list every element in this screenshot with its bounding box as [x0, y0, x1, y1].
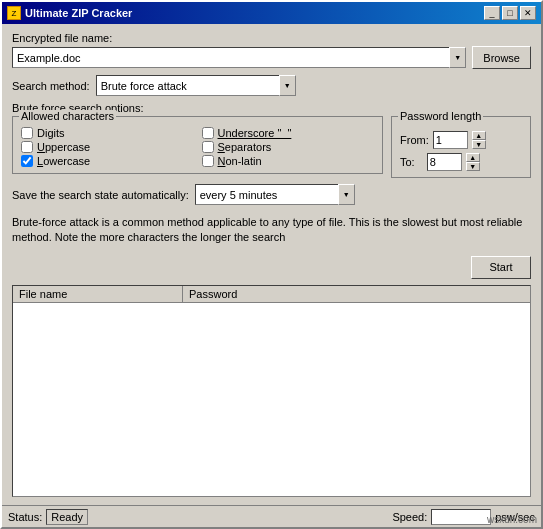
start-button-row: Start [12, 256, 531, 279]
encrypted-file-input[interactable]: Example.doc [12, 47, 466, 68]
to-spin-buttons: ▲ ▼ [466, 153, 480, 171]
from-spin-down[interactable]: ▼ [472, 140, 486, 149]
lowercase-label: Lowercase [37, 155, 90, 167]
speed-value-panel [431, 509, 491, 525]
content-area: Encrypted file name: Example.doc ▼ Brows… [2, 24, 541, 505]
table-col-filename: File name [13, 286, 183, 302]
brute-options-container: Allowed characters Digits Underscore "_" [12, 116, 531, 178]
underscore-label: Underscore "_" [218, 127, 292, 139]
results-table: File name Password [12, 285, 531, 497]
main-window: Z Ultimate ZIP Cracker _ □ ✕ Encrypted f… [0, 0, 543, 529]
underscore-checkbox[interactable] [202, 127, 214, 139]
save-state-label: Save the search state automatically: [12, 189, 189, 201]
encrypted-file-label: Encrypted file name: [12, 32, 531, 44]
nonlatin-label: Non-latin [218, 155, 262, 167]
separators-checkbox[interactable] [202, 141, 214, 153]
save-state-row: Save the search state automatically: eve… [12, 184, 531, 205]
encrypted-file-field: Encrypted file name: Example.doc ▼ Brows… [12, 32, 531, 69]
browse-button[interactable]: Browse [472, 46, 531, 69]
password-length-title: Password length [398, 110, 483, 122]
status-value-panel: Ready [46, 509, 88, 525]
window-title: Ultimate ZIP Cracker [25, 7, 132, 19]
from-spin-buttons: ▲ ▼ [472, 131, 486, 149]
password-length-group: Password length From: ▲ ▼ To: ▲ [391, 116, 531, 178]
close-button[interactable]: ✕ [520, 6, 536, 20]
nonlatin-row: Non-latin [202, 155, 375, 167]
allowed-chars-title: Allowed characters [19, 110, 116, 122]
digits-row: Digits [21, 127, 194, 139]
search-method-select[interactable]: Brute force attack Dictionary attack Sma… [96, 75, 296, 96]
digits-checkbox[interactable] [21, 127, 33, 139]
to-row: To: ▲ ▼ [400, 153, 522, 171]
lowercase-checkbox[interactable] [21, 155, 33, 167]
app-icon: Z [7, 6, 21, 20]
status-label: Status: [8, 511, 42, 523]
title-bar-left: Z Ultimate ZIP Cracker [7, 6, 132, 20]
search-method-label: Search method: [12, 80, 90, 92]
uppercase-checkbox[interactable] [21, 141, 33, 153]
watermark: wsxdn.com [487, 514, 537, 525]
status-value: Ready [51, 511, 83, 523]
speed-label: Speed: [392, 511, 427, 523]
description-text: Brute-force attack is a common method ap… [12, 211, 531, 250]
nonlatin-checkbox[interactable] [202, 155, 214, 167]
minimize-button[interactable]: _ [484, 6, 500, 20]
search-method-row: Search method: Brute force attack Dictio… [12, 75, 531, 96]
to-spin-up[interactable]: ▲ [466, 153, 480, 162]
from-input[interactable] [433, 131, 468, 149]
brute-force-section: Brute force search options: Allowed char… [12, 102, 531, 178]
title-buttons: _ □ ✕ [484, 6, 536, 20]
from-spin-up[interactable]: ▲ [472, 131, 486, 140]
uppercase-row: Uppercase [21, 141, 194, 153]
separators-label: Separators [218, 141, 272, 153]
chars-grid: Digits Underscore "_" Uppercase Sep [21, 127, 374, 167]
separators-row: Separators [202, 141, 375, 153]
uppercase-label: Uppercase [37, 141, 90, 153]
from-label: From: [400, 134, 429, 146]
to-spin-down[interactable]: ▼ [466, 162, 480, 171]
status-bar: Status: Ready Speed: psw/sec [2, 505, 541, 527]
from-row: From: ▲ ▼ [400, 131, 522, 149]
digits-label: Digits [37, 127, 65, 139]
maximize-button[interactable]: □ [502, 6, 518, 20]
allowed-chars-group: Allowed characters Digits Underscore "_" [12, 116, 383, 174]
start-button[interactable]: Start [471, 256, 531, 279]
title-bar: Z Ultimate ZIP Cracker _ □ ✕ [2, 2, 541, 24]
save-state-select[interactable]: every 5 minutes every 10 minutes every 3… [195, 184, 355, 205]
to-input[interactable] [427, 153, 462, 171]
table-col-password: Password [183, 286, 530, 302]
table-body [13, 303, 530, 496]
table-header: File name Password [13, 286, 530, 303]
to-label: To: [400, 156, 415, 168]
underscore-row: Underscore "_" [202, 127, 375, 139]
lowercase-row: Lowercase [21, 155, 194, 167]
